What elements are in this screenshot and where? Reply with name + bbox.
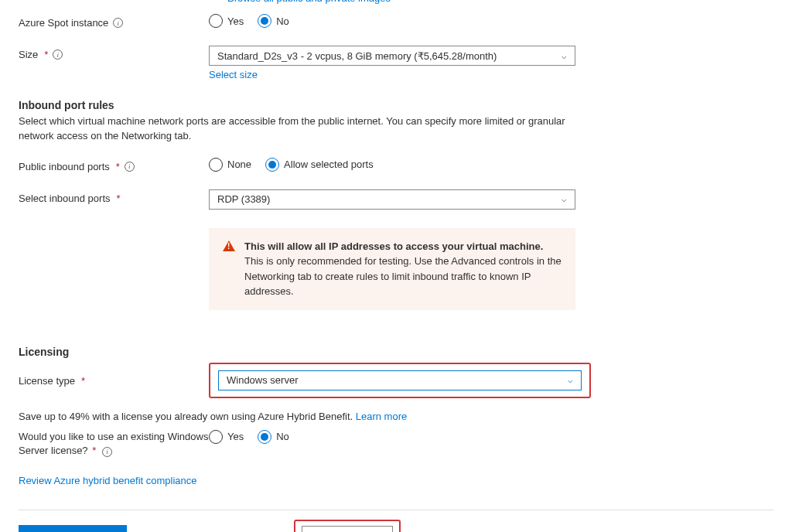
previous-button[interactable]: < Previous <box>172 526 249 532</box>
azure-spot-label: Azure Spot instance i <box>19 14 209 29</box>
license-type-label: License type* <box>19 363 209 387</box>
warning-icon <box>223 240 235 251</box>
chevron-down-icon: ⌵ <box>562 51 567 61</box>
review-compliance-link[interactable]: Review Azure hybrid benefit compliance <box>19 475 197 486</box>
select-inbound-label: Select inbound ports* <box>19 189 209 204</box>
license-type-dropdown[interactable]: Windows server ⌵ <box>218 370 582 390</box>
public-inbound-radio-group: None Allow selected ports <box>209 158 575 172</box>
browse-images-link[interactable]: Browse all public and private images <box>227 0 391 4</box>
review-create-button[interactable]: Review + create <box>19 525 127 532</box>
existing-license-radio-group: Yes No <box>209 430 575 444</box>
inbound-rules-desc: Select which virtual machine network por… <box>19 114 591 144</box>
info-icon[interactable]: i <box>53 49 63 60</box>
size-dropdown[interactable]: Standard_D2s_v3 - 2 vcpus, 8 GiB memory … <box>209 46 575 66</box>
public-inbound-label: Public inbound ports* i <box>19 158 209 172</box>
info-icon[interactable]: i <box>125 162 135 172</box>
existing-license-yes-radio[interactable]: Yes <box>209 430 244 444</box>
license-type-highlight: Windows server ⌵ <box>209 363 591 398</box>
azure-spot-radio-group: Yes No <box>209 14 575 28</box>
chevron-down-icon: ⌵ <box>568 375 573 385</box>
size-label: Size* i <box>19 46 209 60</box>
existing-license-label: Would you like to use an existing Window… <box>19 430 209 458</box>
select-inbound-dropdown[interactable]: RDP (3389) ⌵ <box>209 189 575 210</box>
next-button-highlight: Next : Disks > <box>294 520 401 532</box>
info-icon[interactable]: i <box>102 447 112 457</box>
public-inbound-none-radio[interactable]: None <box>209 158 251 172</box>
inbound-warning: This will allow all IP addresses to acce… <box>209 228 575 310</box>
azure-spot-no-radio[interactable]: No <box>258 14 289 28</box>
licensing-header: Licensing <box>19 346 773 358</box>
info-icon[interactable]: i <box>113 18 123 28</box>
azure-spot-yes-radio[interactable]: Yes <box>209 14 244 28</box>
next-button[interactable]: Next : Disks > <box>302 526 394 532</box>
inbound-rules-header: Inbound port rules <box>19 99 773 111</box>
learn-more-link[interactable]: Learn more <box>356 411 407 422</box>
public-inbound-allow-radio[interactable]: Allow selected ports <box>265 158 374 172</box>
select-size-link[interactable]: Select size <box>209 69 258 80</box>
chevron-down-icon: ⌵ <box>562 194 567 204</box>
hybrid-benefit-text: Save up to 49% with a license you alread… <box>19 411 773 422</box>
existing-license-no-radio[interactable]: No <box>258 430 289 444</box>
